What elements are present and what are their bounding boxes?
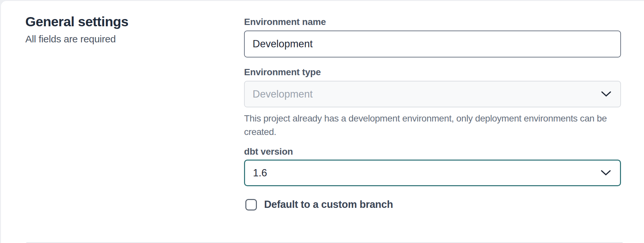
- general-settings-form: Environment name Environment type Develo…: [244, 1, 621, 243]
- environment-type-label: Environment type: [244, 67, 321, 77]
- custom-branch-row: Default to a custom branch: [244, 198, 393, 211]
- environment-name-label: Environment name: [244, 17, 326, 27]
- page-subtitle: All fields are required: [25, 33, 116, 45]
- chevron-down-icon: [601, 91, 612, 98]
- helper-line-1: This project already has a development e…: [244, 112, 635, 125]
- environment-type-helper: This project already has a development e…: [244, 112, 635, 139]
- environment-name-input[interactable]: [244, 31, 621, 57]
- helper-line-2: created.: [244, 125, 635, 139]
- dbt-version-label: dbt version: [244, 146, 293, 157]
- custom-branch-checkbox[interactable]: [245, 199, 257, 210]
- settings-card: General settings All fields are required…: [1, 1, 644, 243]
- dbt-version-select[interactable]: 1.6: [244, 160, 621, 186]
- dbt-version-value: 1.6: [253, 167, 267, 179]
- page-title: General settings: [25, 14, 128, 30]
- custom-branch-label[interactable]: Default to a custom branch: [264, 199, 393, 210]
- environment-type-select[interactable]: Development: [244, 81, 621, 107]
- environment-type-value: Development: [253, 88, 313, 100]
- chevron-down-icon: [600, 170, 611, 176]
